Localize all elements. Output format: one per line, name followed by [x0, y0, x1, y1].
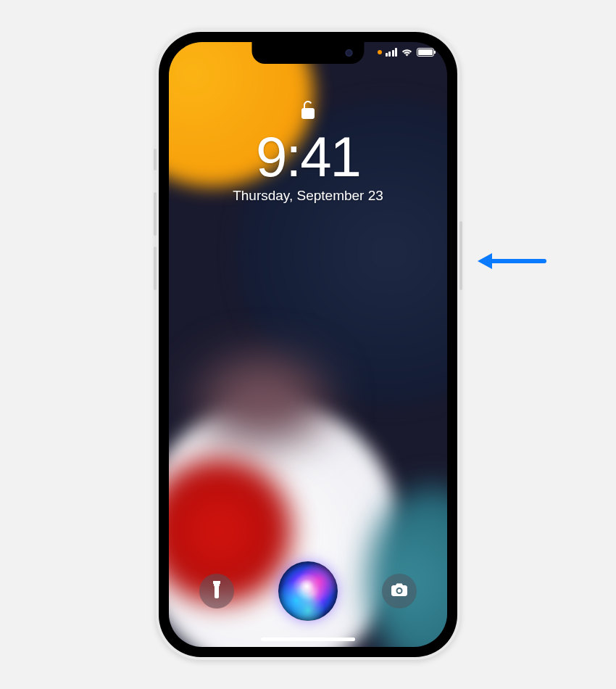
front-camera	[346, 49, 353, 57]
phone-frame: 9:41 Thursday, September 23	[156, 29, 460, 660]
volume-down-button[interactable]	[154, 247, 157, 290]
battery-fill	[418, 49, 433, 55]
flashlight-button[interactable]	[199, 574, 234, 608]
silent-switch[interactable]	[154, 149, 157, 170]
unlock-icon	[300, 100, 316, 123]
side-button[interactable]	[459, 221, 462, 290]
volume-up-button[interactable]	[154, 192, 157, 236]
home-indicator[interactable]	[261, 638, 355, 641]
lock-screen-content: 9:41 Thursday, September 23	[169, 100, 447, 204]
time-display: 9:41	[256, 128, 360, 185]
status-bar	[378, 48, 435, 57]
notch	[252, 42, 365, 64]
flashlight-icon	[212, 581, 222, 601]
svg-marker-1	[478, 253, 492, 269]
screen[interactable]: 9:41 Thursday, September 23	[169, 42, 447, 647]
cell-signal-icon	[386, 48, 398, 57]
callout-arrow-icon	[475, 250, 547, 275]
location-indicator-dot	[378, 50, 382, 54]
bottom-controls	[169, 561, 447, 621]
wifi-icon	[401, 48, 413, 57]
date-display: Thursday, September 23	[233, 188, 383, 204]
phone-bezel: 9:41 Thursday, September 23	[159, 32, 457, 657]
siri-orb[interactable]	[278, 561, 338, 621]
battery-icon	[417, 48, 434, 57]
iphone-mockup: 9:41 Thursday, September 23	[156, 29, 460, 660]
camera-icon	[391, 582, 408, 600]
camera-button[interactable]	[382, 574, 417, 608]
wallpaper-blob	[198, 357, 328, 444]
